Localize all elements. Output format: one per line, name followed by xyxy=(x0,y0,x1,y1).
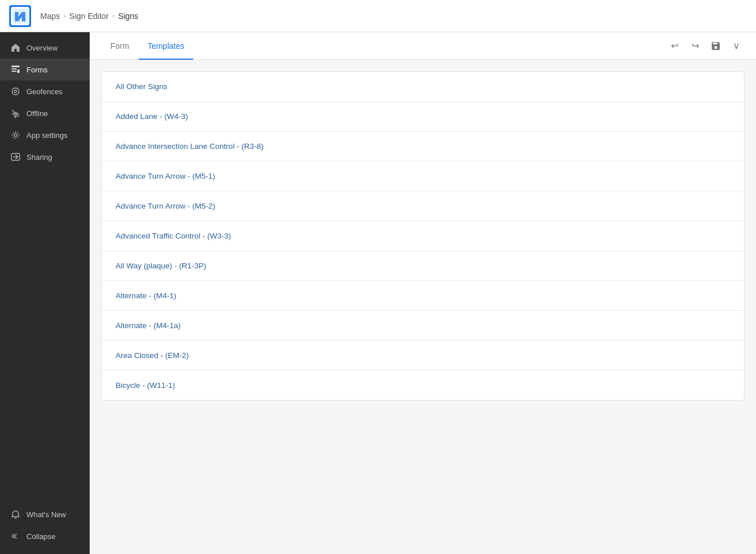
svg-point-8 xyxy=(14,90,17,93)
list-item[interactable]: Alternate - (M4-1a) xyxy=(102,311,744,341)
sidebar-label-geofences: Geofences xyxy=(26,87,63,96)
tabs-actions: ↩ ↪ ∨ xyxy=(666,38,745,54)
redo-button[interactable]: ↪ xyxy=(687,38,703,54)
sidebar-item-whats-new[interactable]: What's New xyxy=(0,503,90,525)
sidebar-label-forms: Forms xyxy=(26,66,48,74)
sidebar-item-forms[interactable]: Forms xyxy=(0,59,90,80)
list-item[interactable]: Alternate - (M4-1) xyxy=(102,281,744,311)
sidebar: Overview Forms xyxy=(0,32,90,554)
svg-point-11 xyxy=(14,134,17,137)
breadcrumb: Maps › Sign Editor › Signs xyxy=(40,11,138,21)
list-item[interactable]: Area Closed - (EM-2) xyxy=(102,341,744,371)
sidebar-label-sharing: Sharing xyxy=(26,153,52,161)
svg-point-7 xyxy=(12,88,19,95)
tabs-bar: Form Templates ↩ ↪ ∨ xyxy=(90,32,756,60)
sidebar-item-app-settings[interactable]: App settings xyxy=(0,124,90,146)
topbar: Maps › Sign Editor › Signs xyxy=(0,0,756,32)
breadcrumb-signs[interactable]: Signs xyxy=(118,11,138,21)
sidebar-bottom: What's New Collapse xyxy=(0,503,90,554)
breadcrumb-sign-editor[interactable]: Sign Editor xyxy=(70,11,109,21)
sidebar-label-offline: Offline xyxy=(26,109,48,118)
sidebar-item-offline[interactable]: Offline xyxy=(0,102,90,124)
sidebar-label-overview: Overview xyxy=(26,44,57,52)
svg-rect-6 xyxy=(17,70,20,73)
app-logo[interactable] xyxy=(9,5,31,27)
list-item[interactable]: Bicycle - (W11-1) xyxy=(102,371,744,400)
save-button[interactable] xyxy=(708,38,724,54)
sidebar-item-collapse[interactable]: Collapse xyxy=(0,525,90,547)
more-button[interactable]: ∨ xyxy=(728,38,745,54)
svg-rect-5 xyxy=(11,71,17,72)
tabs-list: Form Templates xyxy=(101,32,193,59)
sidebar-nav: Overview Forms xyxy=(0,32,90,503)
list-item[interactable]: Advanced Traffic Control - (W3-3) xyxy=(102,221,744,251)
list-item[interactable]: Added Lane - (W4-3) xyxy=(102,102,744,132)
undo-button[interactable]: ↩ xyxy=(666,38,682,54)
list-item[interactable]: Advance Turn Arrow - (M5-2) xyxy=(102,191,744,221)
sidebar-label-collapse: Collapse xyxy=(26,532,56,541)
bell-icon xyxy=(10,509,21,520)
sidebar-item-sharing[interactable]: Sharing xyxy=(0,146,90,168)
tab-form[interactable]: Form xyxy=(101,33,139,60)
sidebar-label-app-settings: App settings xyxy=(26,131,68,140)
gear-icon xyxy=(10,130,21,140)
list-item[interactable]: All Way (plaque) - (R1-3P) xyxy=(102,251,744,281)
sign-list: All Other SignsAdded Lane - (W4-3)Advanc… xyxy=(101,71,745,401)
list-item[interactable]: All Other Signs xyxy=(102,72,744,102)
svg-rect-3 xyxy=(11,66,20,67)
svg-point-9 xyxy=(15,116,16,117)
main-content: Form Templates ↩ ↪ ∨ All Other SignsAdde… xyxy=(90,32,756,554)
forms-icon xyxy=(10,64,21,75)
collapse-icon xyxy=(10,531,21,541)
offline-icon xyxy=(10,108,21,118)
content-area: All Other SignsAdded Lane - (W4-3)Advanc… xyxy=(90,60,756,554)
list-item[interactable]: Advance Turn Arrow - (M5-1) xyxy=(102,161,744,191)
app-layout: Overview Forms xyxy=(0,32,756,554)
home-icon xyxy=(10,43,21,53)
tab-templates[interactable]: Templates xyxy=(139,33,194,60)
sidebar-item-geofences[interactable]: Geofences xyxy=(0,80,90,102)
sidebar-label-whats-new: What's New xyxy=(26,510,66,519)
breadcrumb-maps[interactable]: Maps xyxy=(40,11,60,21)
sidebar-item-overview[interactable]: Overview xyxy=(0,37,90,59)
geofences-icon xyxy=(10,86,21,97)
list-item[interactable]: Advance Intersection Lane Control - (R3-… xyxy=(102,132,744,161)
share-icon xyxy=(10,152,21,162)
svg-rect-4 xyxy=(11,68,17,70)
